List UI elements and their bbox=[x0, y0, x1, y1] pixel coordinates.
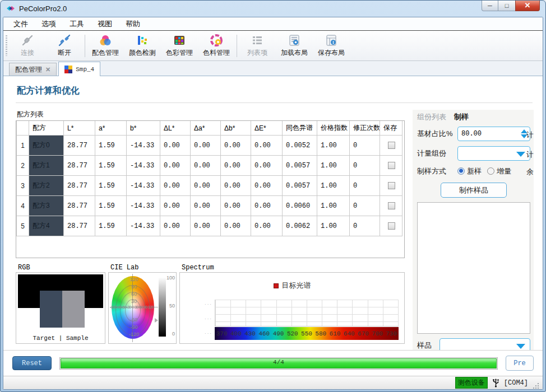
column-header-11[interactable]: 保存 bbox=[380, 121, 402, 136]
cell-metamerism: 0.0062 bbox=[283, 216, 317, 236]
save-checkbox[interactable] bbox=[388, 222, 395, 230]
b-axis-tick: -90 bbox=[130, 324, 137, 330]
save-cell bbox=[380, 156, 402, 176]
sample-list-box[interactable] bbox=[417, 202, 530, 334]
tab-component-list[interactable]: 组份列表 bbox=[417, 112, 446, 122]
radio-increment[interactable]: 增量 bbox=[487, 166, 517, 176]
column-header-0[interactable]: 配方 bbox=[29, 121, 64, 136]
toolbar-label: 列表项 bbox=[247, 48, 267, 58]
wavelength-tick: 520 bbox=[285, 330, 299, 337]
app-frame: 文件选项工具视图帮助 连接 断开 配色管理 bbox=[3, 17, 543, 390]
make-sample-button[interactable]: 制作样品 bbox=[441, 183, 507, 198]
cell-a: 1.59 bbox=[95, 216, 127, 236]
column-header-9[interactable]: 价格指数 bbox=[317, 121, 350, 136]
column-header-10[interactable]: 修正次数 bbox=[350, 121, 380, 136]
save-checkbox[interactable] bbox=[388, 142, 395, 149]
menu-item-0[interactable]: 文件 bbox=[8, 18, 34, 30]
maximize-button[interactable]: □ bbox=[498, 0, 515, 11]
formula-table-header-row: 配方L*a*b*ΔL*Δa*Δb*ΔE*同色异谱价格指数修正次数保存 bbox=[17, 121, 402, 136]
pre-button[interactable]: Pre bbox=[506, 356, 534, 371]
formula-row[interactable]: 3配方228.771.59-14.330.000.000.000.000.005… bbox=[17, 176, 402, 196]
formula-name-cell[interactable]: 配方4 bbox=[29, 216, 64, 236]
radio-unselected-icon[interactable] bbox=[487, 167, 494, 175]
column-header-7[interactable]: ΔE* bbox=[251, 121, 283, 136]
toolbar-colorant-manage-button[interactable]: 色料管理 bbox=[198, 32, 235, 59]
formula-name-cell[interactable]: 配方3 bbox=[29, 196, 64, 216]
chevron-down-icon bbox=[516, 152, 525, 157]
cell-da: 0.00 bbox=[191, 136, 221, 156]
b-axis-tick: 120 bbox=[129, 277, 138, 282]
wavelength-tick: 460 bbox=[257, 330, 271, 337]
toolbar-color-manage-button[interactable]: 色彩管理 bbox=[161, 32, 198, 59]
save-checkbox[interactable] bbox=[388, 182, 395, 189]
menu-item-4[interactable]: 帮助 bbox=[120, 18, 146, 30]
radio-new-sample[interactable]: 新样 bbox=[457, 166, 487, 176]
column-header-6[interactable]: Δb* bbox=[221, 121, 251, 136]
toolbar-color-detect-button[interactable]: 颜色检测 bbox=[124, 32, 161, 59]
formula-row[interactable]: 2配方128.771.59-14.330.000.000.000.000.005… bbox=[17, 156, 402, 176]
formula-row[interactable]: 1配方028.771.59-14.330.000.000.000.000.005… bbox=[17, 136, 402, 156]
save-cell bbox=[380, 136, 402, 156]
formula-name-cell[interactable]: 配方2 bbox=[29, 176, 64, 196]
clipped-label: 计 bbox=[526, 130, 534, 140]
save-checkbox[interactable] bbox=[388, 162, 395, 169]
cell-da: 0.00 bbox=[191, 176, 221, 196]
row-number: 1 bbox=[17, 136, 29, 156]
cell-b: -14.33 bbox=[127, 136, 160, 156]
menu-item-1[interactable]: 选项 bbox=[36, 18, 62, 30]
radio-selected-icon[interactable] bbox=[457, 167, 465, 175]
toolbar-save-layout-button[interactable]: 保存布局 bbox=[313, 32, 350, 59]
formula-row[interactable]: 5配方428.771.59-14.330.000.000.000.000.006… bbox=[17, 216, 402, 236]
minimize-button[interactable]: ─ bbox=[482, 0, 498, 11]
title-divider bbox=[16, 102, 533, 103]
menu-item-3[interactable]: 视图 bbox=[92, 18, 118, 30]
clipped-label: 计 bbox=[526, 150, 534, 160]
cell-corrections: 0 bbox=[350, 176, 380, 196]
cell-price_index: 1.00 bbox=[317, 176, 350, 196]
radio-label: 新样 bbox=[467, 167, 482, 175]
column-header-5[interactable]: Δa* bbox=[191, 121, 221, 136]
formula-name-cell[interactable]: 配方1 bbox=[29, 156, 64, 176]
tab-close-icon[interactable]: ✕ bbox=[45, 66, 50, 73]
formula-row[interactable]: 4配方328.771.59-14.330.000.000.000.000.006… bbox=[17, 196, 402, 216]
toolbar-color-matching-button[interactable]: 配色管理 bbox=[87, 32, 124, 59]
reset-button[interactable]: Reset bbox=[12, 356, 52, 370]
cell-corrections: 0 bbox=[350, 216, 380, 236]
row-number: 3 bbox=[17, 176, 29, 196]
substrate-ratio-input[interactable] bbox=[458, 129, 508, 138]
metering-component-dropdown[interactable] bbox=[457, 146, 530, 161]
main-content: 配方计算和优化 配方列表 配方L*a*b*ΔL*Δa*Δb*ΔE*同色异谱价格指… bbox=[3, 76, 543, 350]
toolbar-list-items-button[interactable]: 列表项 bbox=[239, 32, 276, 59]
save-checkbox[interactable] bbox=[388, 202, 395, 209]
tab-smp4[interactable]: Smp_4 bbox=[58, 62, 100, 76]
toolbar-separator bbox=[237, 35, 237, 57]
toolbar-disconnect-button[interactable]: 断开 bbox=[46, 32, 83, 59]
cell-db: 0.00 bbox=[221, 176, 251, 196]
cell-metamerism: 0.0057 bbox=[283, 176, 317, 196]
column-header-4[interactable]: ΔL* bbox=[160, 121, 191, 136]
toolbar-connect-button[interactable]: 连接 bbox=[9, 32, 46, 59]
tab-label: 配色管理 bbox=[15, 65, 42, 74]
cell-L: 28.77 bbox=[64, 156, 95, 176]
cell-b: -14.33 bbox=[127, 156, 160, 176]
tab-make-sample[interactable]: 制样 bbox=[454, 112, 469, 122]
column-header-2[interactable]: a* bbox=[95, 121, 127, 136]
sample-dropdown[interactable] bbox=[439, 338, 530, 350]
substrate-ratio-spinner[interactable] bbox=[457, 127, 530, 141]
spectrum-legend: 目标光谱 bbox=[180, 281, 404, 291]
cell-price_index: 1.00 bbox=[317, 216, 350, 236]
column-header-8[interactable]: 同色异谱 bbox=[283, 121, 317, 136]
close-button[interactable]: ✕ bbox=[515, 0, 540, 11]
lightness-tick: 0 bbox=[172, 331, 175, 337]
menu-item-2[interactable]: 工具 bbox=[64, 18, 90, 30]
formula-name-cell[interactable]: 配方0 bbox=[29, 136, 64, 156]
tab-color-matching[interactable]: 配色管理 ✕ bbox=[9, 63, 57, 76]
wavelength-tick: 640 bbox=[342, 330, 356, 337]
row-number: 4 bbox=[17, 196, 29, 216]
list-items-icon bbox=[251, 34, 265, 47]
disconnect-plug-icon bbox=[58, 34, 72, 47]
toolbar-load-layout-button[interactable]: 加载布局 bbox=[276, 32, 313, 59]
column-header-3[interactable]: b* bbox=[127, 121, 160, 136]
column-header-1[interactable]: L* bbox=[64, 121, 95, 136]
resize-grip[interactable] bbox=[533, 382, 539, 389]
